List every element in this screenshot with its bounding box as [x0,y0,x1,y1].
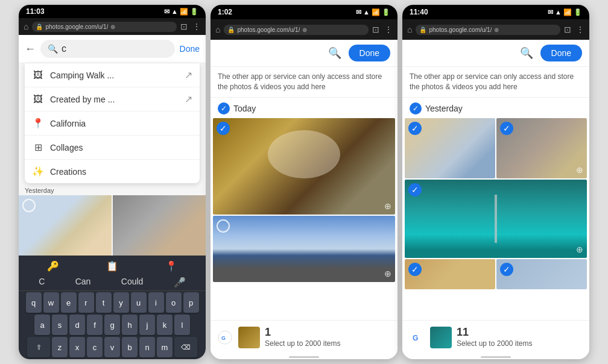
key-b[interactable]: b [122,337,138,357]
key-j[interactable]: j [139,315,155,335]
key-u[interactable]: u [131,292,147,313]
selected-check-partial: ✓ [408,263,422,276]
key-q[interactable]: q [26,292,42,313]
svg-text:G: G [221,335,226,341]
translate-icon-2: ⊕ [302,27,307,33]
partial-photo-3b[interactable]: ✓ [496,259,587,289]
rocks-photo-3b[interactable]: ✓ ⊕ [496,118,587,178]
ocean-photo-3[interactable]: ✓ ⊕ [405,180,587,258]
tab-btn-2[interactable]: ⊡ [371,24,381,36]
home-btn-2[interactable]: ⌂ [214,24,221,36]
time-2: 1:02 [218,8,232,16]
selected-check-rocks: ✓ [500,122,513,135]
bottom-bar-2: G 1 Select up to 2000 items [211,320,397,354]
beach-photo-3a[interactable]: ✓ [405,118,495,178]
key-i[interactable]: i [148,292,164,313]
select-circle-city [217,219,230,233]
suggest-c[interactable]: C [39,277,45,288]
search-input-text: c [62,43,66,54]
home-browser-btn[interactable]: ⌂ [22,20,30,33]
collage-icon: ⊞ [32,142,44,153]
key-t[interactable]: t [96,292,112,313]
rocks-photo[interactable] [113,195,206,256]
key-d[interactable]: d [69,315,85,335]
tab-btn-3[interactable]: ⊡ [563,24,572,36]
zoom-icon-rocks: ⊕ [576,165,583,175]
search-input-box[interactable]: 🔍 c [40,40,175,58]
photos-header-3: 🔍 Done [402,40,589,67]
key-y[interactable]: y [113,292,129,313]
key-p[interactable]: p [183,292,199,313]
suggestion-collages[interactable]: ⊞ Collages [25,136,200,160]
select-label-3: Select up to 2000 items [457,339,583,349]
key-h[interactable]: h [122,315,138,335]
key-o[interactable]: o [166,292,182,313]
key-f[interactable]: f [87,315,103,335]
key-v[interactable]: v [104,337,120,357]
select-text-3: 11 Select up to 2000 items [457,325,583,349]
menu-btn-1[interactable]: ⋮ [191,20,202,33]
key-icon-clipboard[interactable]: 📋 [106,260,118,272]
suggestion-created[interactable]: 🖼 Created by me ... ↗ [25,87,200,111]
browser-bar-3: ⌂ 🔒 photos.google.com/u/1/ ⊕ ⊡ ⋮ [402,19,589,40]
battery-icon: 🔋 [190,8,198,16]
menu-btn-2[interactable]: ⋮ [383,24,394,36]
key-n[interactable]: n [139,337,155,357]
key-s[interactable]: s [52,315,68,335]
search-button-3[interactable]: 🔍 [520,46,533,60]
tab-btn-1[interactable]: ⊡ [179,20,189,33]
status-icons-3: ✉ ▲ 📶 🔋 [548,8,582,16]
city-photo[interactable]: ⊕ [213,216,395,282]
url-text-3: photos.google.com/u/1/ [429,27,492,33]
arrow-icon-camping: ↗ [185,69,192,81]
translate-icon-3: ⊕ [494,27,499,33]
status-bar-2: 1:02 ✉ ▲ 📶 🔋 [211,5,397,19]
suggestion-camping[interactable]: 🖼 Camping Walk ... ↗ [25,63,200,87]
status-icons-1: ✉ ▲ 📶 🔋 [164,8,198,16]
menu-btn-3[interactable]: ⋮ [575,24,586,36]
key-e[interactable]: e [61,292,77,313]
info-banner-2: The other app or service can only access… [211,67,397,98]
key-shift[interactable]: ⇧ [27,337,50,357]
done-button-1[interactable]: Done [180,44,200,54]
suggestion-creations[interactable]: ✨ Creations [25,160,200,183]
key-w[interactable]: w [43,292,59,313]
suggestion-california[interactable]: 📍 California [25,111,200,136]
key-x[interactable]: x [69,337,85,357]
url-text-2: photos.google.com/u/1/ [237,27,300,33]
key-k[interactable]: k [157,315,173,335]
album-thumb-2 [238,327,260,348]
suggest-could[interactable]: Could [121,277,144,288]
key-r[interactable]: r [78,292,94,313]
food-photo[interactable]: ✓ ⊕ [213,118,395,215]
key-g[interactable]: g [104,315,120,335]
key-a[interactable]: a [34,315,50,335]
key-backspace[interactable]: ⌫ [174,337,197,357]
key-icon-lock[interactable]: 🔑 [47,260,59,272]
done-button-3[interactable]: Done [540,45,582,61]
home-btn-3[interactable]: ⌂ [406,24,413,36]
url-bar-3[interactable]: 🔒 photos.google.com/u/1/ ⊕ [416,25,560,35]
zoom-icon-ocean: ⊕ [576,245,583,254]
mail-icon-3: ✉ [548,8,553,16]
status-icons-2: ✉ ▲ 📶 🔋 [356,8,390,16]
mail-icon-2: ✉ [356,8,361,16]
done-button-2[interactable]: Done [349,45,390,61]
select-label-2: Select up to 2000 items [265,339,391,349]
url-bar-2[interactable]: 🔒 photos.google.com/u/1/ ⊕ [224,25,369,35]
mic-icon[interactable]: 🎤 [174,277,186,288]
suggest-can[interactable]: Can [75,277,91,288]
search-button-2[interactable]: 🔍 [328,46,341,60]
mail-icon: ✉ [164,8,169,16]
back-button[interactable]: ← [25,43,36,55]
key-m[interactable]: m [157,337,173,357]
key-c[interactable]: c [87,337,103,357]
partial-photo-3[interactable]: ✓ [405,259,495,289]
yesterday-label: Yesterday [19,183,206,195]
key-z[interactable]: z [52,337,68,357]
key-icon-location[interactable]: 📍 [165,260,177,272]
url-bar-1[interactable]: 🔒 photos.google.com/u/1/ ⊕ [32,22,177,32]
beach-photo[interactable] [19,195,112,256]
photos-grid-2: ✓ ⊕ ⊕ [211,117,397,320]
key-l[interactable]: l [174,315,190,335]
